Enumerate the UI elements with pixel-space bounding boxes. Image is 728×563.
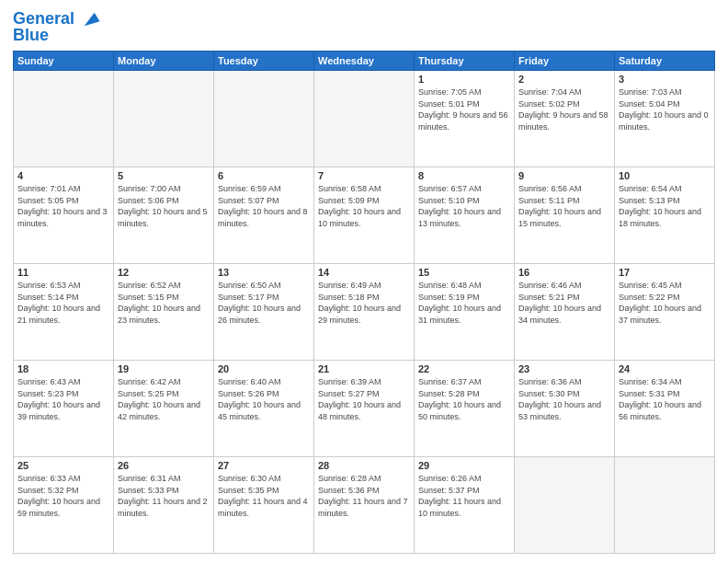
- day-number: 17: [619, 267, 711, 278]
- day-number: 14: [318, 267, 410, 278]
- calendar-week-row: 25 Sunrise: 6:33 AMSunset: 5:32 PMDaylig…: [14, 457, 715, 554]
- calendar-week-row: 1 Sunrise: 7:05 AMSunset: 5:01 PMDayligh…: [14, 71, 715, 167]
- calendar-cell: 15 Sunrise: 6:48 AMSunset: 5:19 PMDaylig…: [415, 264, 515, 361]
- calendar-cell: [314, 71, 415, 167]
- calendar-cell: 14 Sunrise: 6:49 AMSunset: 5:18 PMDaylig…: [314, 264, 415, 361]
- weekday-header: Sunday: [14, 52, 114, 71]
- day-number: 26: [118, 460, 210, 471]
- calendar-header-row: SundayMondayTuesdayWednesdayThursdayFrid…: [14, 52, 715, 71]
- day-info: Sunrise: 6:28 AMSunset: 5:36 PMDaylight:…: [318, 473, 410, 519]
- calendar-cell: 11 Sunrise: 6:53 AMSunset: 5:14 PMDaylig…: [14, 264, 114, 361]
- weekday-header: Monday: [114, 52, 214, 71]
- day-number: 13: [218, 267, 310, 278]
- calendar-cell: 29 Sunrise: 6:26 AMSunset: 5:37 PMDaylig…: [415, 457, 515, 554]
- calendar-cell: 9 Sunrise: 6:56 AMSunset: 5:11 PMDayligh…: [515, 167, 615, 264]
- day-info: Sunrise: 6:45 AMSunset: 5:22 PMDaylight:…: [619, 280, 711, 326]
- day-number: 3: [619, 74, 711, 85]
- day-number: 24: [619, 363, 711, 374]
- day-info: Sunrise: 6:49 AMSunset: 5:18 PMDaylight:…: [318, 280, 410, 326]
- weekday-header: Friday: [515, 52, 615, 71]
- calendar-cell: [14, 71, 114, 167]
- calendar-cell: 2 Sunrise: 7:04 AMSunset: 5:02 PMDayligh…: [515, 71, 615, 167]
- calendar-cell: 28 Sunrise: 6:28 AMSunset: 5:36 PMDaylig…: [314, 457, 415, 554]
- calendar-cell: 6 Sunrise: 6:59 AMSunset: 5:07 PMDayligh…: [214, 167, 314, 264]
- day-info: Sunrise: 6:33 AMSunset: 5:32 PMDaylight:…: [17, 473, 109, 519]
- calendar-cell: 7 Sunrise: 6:58 AMSunset: 5:09 PMDayligh…: [314, 167, 415, 264]
- day-info: Sunrise: 6:40 AMSunset: 5:26 PMDaylight:…: [218, 376, 310, 422]
- calendar-table: SundayMondayTuesdayWednesdayThursdayFrid…: [13, 51, 715, 554]
- day-number: 20: [218, 363, 310, 374]
- calendar-cell: 10 Sunrise: 6:54 AMSunset: 5:13 PMDaylig…: [615, 167, 715, 264]
- day-number: 28: [318, 460, 410, 471]
- calendar-cell: 5 Sunrise: 7:00 AMSunset: 5:06 PMDayligh…: [114, 167, 214, 264]
- day-info: Sunrise: 6:53 AMSunset: 5:14 PMDaylight:…: [17, 280, 109, 326]
- weekday-header: Thursday: [415, 52, 515, 71]
- day-info: Sunrise: 6:42 AMSunset: 5:25 PMDaylight:…: [118, 376, 210, 422]
- day-info: Sunrise: 7:04 AMSunset: 5:02 PMDaylight:…: [518, 86, 610, 132]
- day-info: Sunrise: 6:56 AMSunset: 5:11 PMDaylight:…: [518, 183, 610, 229]
- calendar-cell: 26 Sunrise: 6:31 AMSunset: 5:33 PMDaylig…: [114, 457, 214, 554]
- day-info: Sunrise: 6:48 AMSunset: 5:19 PMDaylight:…: [418, 280, 510, 326]
- calendar-cell: 23 Sunrise: 6:36 AMSunset: 5:30 PMDaylig…: [515, 361, 615, 457]
- day-number: 25: [17, 460, 109, 471]
- day-number: 22: [418, 363, 510, 374]
- day-number: 8: [418, 170, 510, 181]
- day-info: Sunrise: 6:34 AMSunset: 5:31 PMDaylight:…: [619, 376, 711, 422]
- calendar-cell: 20 Sunrise: 6:40 AMSunset: 5:26 PMDaylig…: [214, 361, 314, 457]
- day-number: 7: [318, 170, 410, 181]
- day-number: 19: [118, 363, 210, 374]
- day-info: Sunrise: 6:39 AMSunset: 5:27 PMDaylight:…: [318, 376, 410, 422]
- day-number: 10: [619, 170, 711, 181]
- day-number: 5: [118, 170, 210, 181]
- calendar-cell: [214, 71, 314, 167]
- calendar-week-row: 11 Sunrise: 6:53 AMSunset: 5:14 PMDaylig…: [14, 264, 715, 361]
- day-info: Sunrise: 6:30 AMSunset: 5:35 PMDaylight:…: [218, 473, 310, 519]
- calendar-cell: 25 Sunrise: 6:33 AMSunset: 5:32 PMDaylig…: [14, 457, 114, 554]
- calendar-cell: 18 Sunrise: 6:43 AMSunset: 5:23 PMDaylig…: [14, 361, 114, 457]
- calendar-week-row: 4 Sunrise: 7:01 AMSunset: 5:05 PMDayligh…: [14, 167, 715, 264]
- day-info: Sunrise: 7:03 AMSunset: 5:04 PMDaylight:…: [619, 86, 711, 132]
- day-number: 6: [218, 170, 310, 181]
- day-number: 15: [418, 267, 510, 278]
- page-header: General Blue: [13, 9, 715, 45]
- day-number: 12: [118, 267, 210, 278]
- calendar-cell: 1 Sunrise: 7:05 AMSunset: 5:01 PMDayligh…: [415, 71, 515, 167]
- calendar-cell: 12 Sunrise: 6:52 AMSunset: 5:15 PMDaylig…: [114, 264, 214, 361]
- logo: General Blue: [13, 9, 101, 45]
- calendar-cell: 22 Sunrise: 6:37 AMSunset: 5:28 PMDaylig…: [415, 361, 515, 457]
- weekday-header: Saturday: [615, 52, 715, 71]
- calendar-cell: 21 Sunrise: 6:39 AMSunset: 5:27 PMDaylig…: [314, 361, 415, 457]
- day-number: 23: [518, 363, 610, 374]
- day-info: Sunrise: 6:50 AMSunset: 5:17 PMDaylight:…: [218, 280, 310, 326]
- day-number: 9: [518, 170, 610, 181]
- day-info: Sunrise: 6:37 AMSunset: 5:28 PMDaylight:…: [418, 376, 510, 422]
- day-info: Sunrise: 6:54 AMSunset: 5:13 PMDaylight:…: [619, 183, 711, 229]
- day-info: Sunrise: 6:52 AMSunset: 5:15 PMDaylight:…: [118, 280, 210, 326]
- day-number: 16: [518, 267, 610, 278]
- day-info: Sunrise: 6:43 AMSunset: 5:23 PMDaylight:…: [17, 376, 109, 422]
- day-number: 29: [418, 460, 510, 471]
- svg-marker-0: [85, 13, 100, 27]
- calendar-cell: [515, 457, 615, 554]
- calendar-week-row: 18 Sunrise: 6:43 AMSunset: 5:23 PMDaylig…: [14, 361, 715, 457]
- day-number: 27: [218, 460, 310, 471]
- day-info: Sunrise: 7:05 AMSunset: 5:01 PMDaylight:…: [418, 86, 510, 132]
- calendar-cell: 27 Sunrise: 6:30 AMSunset: 5:35 PMDaylig…: [214, 457, 314, 554]
- day-info: Sunrise: 7:00 AMSunset: 5:06 PMDaylight:…: [118, 183, 210, 229]
- calendar-cell: 13 Sunrise: 6:50 AMSunset: 5:17 PMDaylig…: [214, 264, 314, 361]
- calendar-cell: 17 Sunrise: 6:45 AMSunset: 5:22 PMDaylig…: [615, 264, 715, 361]
- day-number: 2: [518, 74, 610, 85]
- calendar-cell: [114, 71, 214, 167]
- day-number: 1: [418, 74, 510, 85]
- day-info: Sunrise: 6:31 AMSunset: 5:33 PMDaylight:…: [118, 473, 210, 519]
- day-info: Sunrise: 6:26 AMSunset: 5:37 PMDaylight:…: [418, 473, 510, 519]
- day-number: 11: [17, 267, 109, 278]
- day-number: 4: [17, 170, 109, 181]
- calendar-cell: 4 Sunrise: 7:01 AMSunset: 5:05 PMDayligh…: [14, 167, 114, 264]
- day-info: Sunrise: 6:57 AMSunset: 5:10 PMDaylight:…: [418, 183, 510, 229]
- calendar-cell: 16 Sunrise: 6:46 AMSunset: 5:21 PMDaylig…: [515, 264, 615, 361]
- calendar-cell: 3 Sunrise: 7:03 AMSunset: 5:04 PMDayligh…: [615, 71, 715, 167]
- day-info: Sunrise: 6:46 AMSunset: 5:21 PMDaylight:…: [518, 280, 610, 326]
- calendar-cell: 8 Sunrise: 6:57 AMSunset: 5:10 PMDayligh…: [415, 167, 515, 264]
- calendar-cell: 19 Sunrise: 6:42 AMSunset: 5:25 PMDaylig…: [114, 361, 214, 457]
